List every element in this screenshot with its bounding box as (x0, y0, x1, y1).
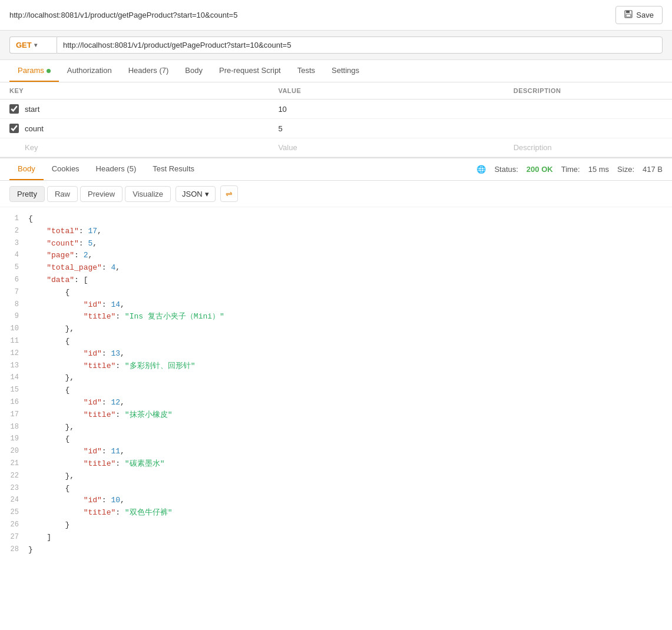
title-bar: http://localhost:8081/v1/product/getPage… (0, 0, 672, 31)
json-line: 12 "id": 13, (0, 348, 672, 360)
json-line: 3 "count": 5, (0, 238, 672, 250)
json-line: 9 "title": "Ins 复古小夹子（Mini）" (0, 311, 672, 323)
tab-cookies[interactable]: Cookies (44, 158, 88, 180)
json-chevron-icon: ▾ (205, 190, 209, 198)
line-content: "title": "双色牛仔裤" (28, 507, 667, 519)
param-description (504, 119, 672, 138)
line-number: 17 (5, 409, 28, 420)
line-number: 21 (5, 458, 28, 469)
wrap-button[interactable]: ⇌ (220, 185, 238, 202)
tab-headers[interactable]: Headers (7) (120, 60, 177, 82)
save-label: Save (636, 11, 654, 19)
params-dot (47, 69, 51, 73)
line-content: "id": 10, (28, 495, 667, 507)
json-line: 23 { (0, 483, 672, 495)
tab-response-headers[interactable]: Headers (5) (88, 158, 145, 180)
line-number: 27 (5, 532, 28, 543)
tab-params[interactable]: Params (9, 60, 59, 82)
line-content: "id": 11, (28, 446, 667, 458)
json-line: 6 "data": [ (0, 274, 672, 287)
json-line: 11 { (0, 336, 672, 348)
json-line: 20 "id": 11, (0, 446, 672, 458)
row-checkbox[interactable] (9, 124, 19, 133)
key-cell: count (0, 119, 269, 138)
method-chevron-icon: ▾ (34, 42, 37, 48)
json-line: 16 "id": 12, (0, 397, 672, 409)
line-content: "title": "抹茶小橡皮" (28, 409, 667, 422)
line-content: } (28, 544, 667, 556)
line-number: 23 (5, 483, 28, 494)
tab-response-body[interactable]: Body (9, 158, 44, 180)
json-line: 25 "title": "双色牛仔裤" (0, 507, 672, 519)
line-content: { (28, 483, 667, 495)
params-table: KEY VALUE DESCRIPTION start 10 count 5 K… (0, 82, 672, 157)
tab-body-req[interactable]: Body (177, 60, 211, 82)
tab-tests[interactable]: Tests (289, 60, 323, 82)
visualize-button[interactable]: Visualize (125, 186, 171, 202)
line-content: }, (28, 422, 667, 434)
line-number: 22 (5, 470, 28, 482)
row-checkbox[interactable] (9, 104, 19, 114)
url-input[interactable] (57, 37, 663, 54)
json-format-select[interactable]: JSON ▾ (176, 186, 216, 202)
table-row-empty: Key Value Description (0, 138, 672, 157)
json-line: 27 ] (0, 532, 672, 544)
json-line: 22 }, (0, 470, 672, 483)
tab-authorization[interactable]: Authorization (59, 60, 120, 82)
line-number: 11 (5, 336, 28, 347)
json-line: 5 "total_page": 4, (0, 262, 672, 274)
table-row: count 5 (0, 119, 672, 138)
json-line: 8 "id": 14, (0, 299, 672, 311)
key-placeholder[interactable]: Key (25, 143, 38, 152)
globe-icon[interactable]: 🌐 (476, 165, 486, 174)
line-number: 24 (5, 495, 28, 506)
line-number: 25 (5, 507, 28, 518)
raw-button[interactable]: Raw (47, 186, 78, 202)
col-header-key: KEY (0, 82, 269, 100)
tab-test-results[interactable]: Test Results (144, 158, 203, 180)
line-content: }, (28, 372, 667, 384)
svg-rect-2 (626, 14, 631, 17)
col-header-value: VALUE (269, 82, 504, 100)
line-content: "total": 17, (28, 226, 667, 238)
line-content: "title": "Ins 复古小夹子（Mini）" (28, 311, 667, 323)
line-content: "page": 2, (28, 250, 667, 262)
tab-settings[interactable]: Settings (323, 60, 368, 82)
time-value: 15 ms (588, 165, 609, 174)
empty-desc-cell: Description (504, 138, 672, 157)
json-line: 26 } (0, 519, 672, 532)
request-tabs-section: Params Authorization Headers (7) Body Pr… (0, 60, 672, 82)
response-section: Body Cookies Headers (5) Test Results 🌐 … (0, 157, 672, 562)
line-number: 9 (5, 311, 28, 322)
line-content: "id": 14, (28, 299, 667, 311)
response-tabs: Body Cookies Headers (5) Test Results (9, 158, 476, 180)
json-line: 14 }, (0, 372, 672, 384)
line-content: ] (28, 532, 667, 544)
line-number: 6 (5, 274, 28, 286)
line-content: "title": "多彩别针、回形针" (28, 360, 667, 373)
tab-prerequest[interactable]: Pre-request Script (211, 60, 289, 82)
save-icon (624, 10, 633, 20)
status-label: Status: (494, 165, 518, 174)
param-key: start (25, 105, 39, 114)
line-content: "title": "碳素墨水" (28, 458, 667, 470)
json-line: 28} (0, 544, 672, 556)
preview-button[interactable]: Preview (80, 186, 123, 202)
line-number: 7 (5, 287, 28, 298)
line-number: 19 (5, 433, 28, 445)
json-line: 18 }, (0, 422, 672, 434)
line-number: 18 (5, 422, 28, 433)
line-content: "id": 12, (28, 397, 667, 409)
table-row: start 10 (0, 100, 672, 119)
save-button[interactable]: Save (615, 6, 663, 24)
method-select[interactable]: GET ▾ (9, 37, 57, 54)
json-body: 1{2 "total": 17,3 "count": 5,4 "page": 2… (0, 207, 672, 562)
status-value: 200 OK (527, 165, 553, 174)
json-line: 15 { (0, 384, 672, 397)
wrap-icon: ⇌ (226, 189, 233, 198)
line-number: 15 (5, 384, 28, 396)
json-line: 4 "page": 2, (0, 250, 672, 262)
pretty-button[interactable]: Pretty (9, 186, 45, 202)
line-content: { (28, 384, 667, 397)
line-content: "id": 13, (28, 348, 667, 360)
